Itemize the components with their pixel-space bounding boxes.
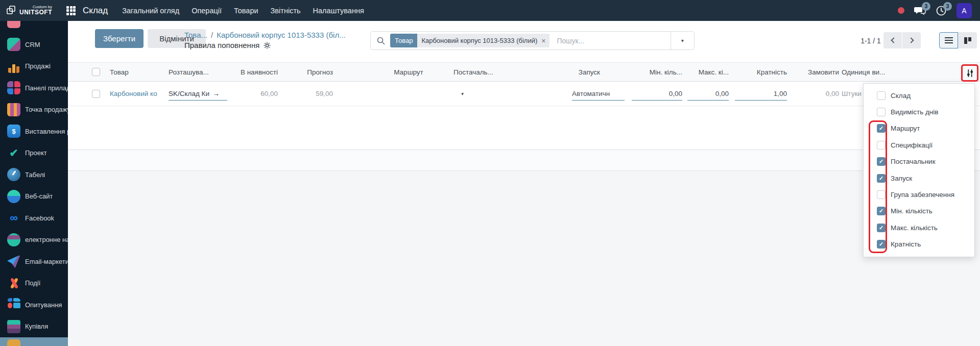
dropdown-item-multiple-qty[interactable]: Кратність <box>864 236 974 253</box>
column-header-min-qty[interactable]: Мін. кіль... <box>625 63 682 81</box>
search-icon <box>377 37 385 45</box>
kanban-view-icon <box>964 37 971 44</box>
dropdown-item-visibility-days[interactable]: Видимість днів <box>864 104 974 120</box>
unitsoft-logo: Custom by UNITSOFT <box>0 5 58 16</box>
current-app-name[interactable]: Склад <box>83 6 108 16</box>
sidebar-item-purchase[interactable]: Купівля <box>0 316 68 338</box>
partial-app-icon[interactable] <box>7 21 20 28</box>
column-header-multiple[interactable]: Кратність <box>729 63 787 81</box>
search-options-toggle[interactable]: ▼ <box>671 32 694 50</box>
list-view-button[interactable] <box>939 32 958 48</box>
sidebar-item-facebook[interactable]: ∞Facebook <box>0 207 68 229</box>
facet-field-label: Товар <box>390 34 417 47</box>
sidebar-item-sales[interactable]: Продажі <box>0 56 68 78</box>
pager-previous-button[interactable] <box>883 32 902 48</box>
column-header-uom[interactable]: Одиниця ви... <box>839 63 908 81</box>
column-header-route[interactable]: Маршрут <box>333 63 453 81</box>
multiple-qty-field[interactable]: 1,00 <box>735 87 787 101</box>
dropdown-item-max-qty[interactable]: Макс. кількість <box>864 219 974 236</box>
column-header-trigger[interactable]: Запуск <box>530 63 625 81</box>
elearning-icon <box>7 233 20 246</box>
column-header-on-hand[interactable]: В наявності <box>227 63 278 81</box>
breadcrumb: Това.../Карбоновий корпус 1013-5333 (біл… <box>184 31 346 50</box>
dropdown-item-min-qty[interactable]: Мін. кількість <box>864 203 974 219</box>
checkbox-procurement-group[interactable] <box>877 190 886 199</box>
select-all-checkbox[interactable] <box>92 68 100 76</box>
action-gear-icon[interactable] <box>264 42 271 49</box>
checkbox-supplier[interactable] <box>877 157 886 166</box>
column-header-location[interactable]: Розташува... <box>168 63 227 81</box>
kanban-view-button[interactable] <box>958 32 977 48</box>
trigger-field[interactable]: Автоматичн <box>572 87 625 101</box>
column-header-supplier[interactable]: Постачаль... <box>453 63 530 81</box>
sidebar-item-dashboards[interactable]: Панелі приладів <box>0 77 68 99</box>
empty-table-area-band <box>68 150 980 171</box>
checkbox-multiple-qty[interactable] <box>877 240 886 249</box>
sidebar-item-website[interactable]: Веб-сайт <box>0 186 68 208</box>
pager-next-button[interactable] <box>902 32 921 48</box>
internal-link-arrow-icon[interactable]: → <box>212 89 220 97</box>
column-header-max-qty[interactable]: Макс. кі... <box>682 63 729 81</box>
menu-overview[interactable]: Загальний огляд <box>122 7 179 15</box>
checkbox-max-qty[interactable] <box>877 224 886 232</box>
column-header-forecast[interactable]: Прогноз <box>278 63 333 81</box>
sidebar-item-timesheets[interactable]: Табелі <box>0 164 68 186</box>
checkbox-min-qty[interactable] <box>877 207 886 215</box>
search-bar[interactable]: Товар Карбоновий корпус 1013-5333 (білий… <box>370 31 695 50</box>
checkbox-trigger[interactable] <box>877 174 886 183</box>
sidebar-item-project[interactable]: ✔Проект <box>0 142 68 164</box>
sidebar-item-active-partial[interactable] <box>0 337 68 346</box>
row-checkbox[interactable] <box>92 90 100 98</box>
breadcrumb-current[interactable]: Карбоновий корпус 1013-5333 (біл... <box>217 31 346 39</box>
sidebar-item-surveys[interactable]: Опитування <box>0 294 68 316</box>
unitsoft-logo-icon <box>6 5 16 15</box>
main-content: Зберегти Відмінити Това.../Карбоновий ко… <box>68 21 980 346</box>
location-field[interactable]: SK/Склад Ки→ <box>169 87 227 101</box>
sidebar-item-crm[interactable]: CRM <box>0 34 68 56</box>
to-order-value: 0,00 <box>787 82 839 106</box>
dropdown-item-trigger[interactable]: Запуск <box>864 170 974 186</box>
dropdown-item-route[interactable]: Маршрут <box>864 120 974 137</box>
dropdown-item-supplier[interactable]: Постачальник <box>864 154 974 170</box>
apps-grid-icon[interactable] <box>66 6 76 15</box>
checkbox-route[interactable] <box>877 124 886 133</box>
search-input[interactable]: Пошук... <box>557 37 671 45</box>
user-avatar[interactable]: A <box>957 3 972 18</box>
checkbox-warehouse[interactable] <box>877 91 886 100</box>
pager <box>883 32 921 48</box>
facet-remove-icon[interactable]: × <box>541 37 545 45</box>
sidebar-item-invoicing[interactable]: $Виставлення ра <box>0 120 68 142</box>
sales-icon <box>7 60 20 73</box>
breadcrumb-parent[interactable]: Това... <box>184 31 207 39</box>
checkbox-visibility-days[interactable] <box>877 108 886 116</box>
table-header-row: Товар Розташува... В наявності Прогноз М… <box>68 62 980 82</box>
save-button[interactable]: Зберегти <box>95 29 144 48</box>
menu-settings[interactable]: Налаштування <box>313 7 364 15</box>
checkbox-bom[interactable] <box>877 141 886 150</box>
sidebar-item-events[interactable]: Події <box>0 273 68 294</box>
website-icon <box>7 190 20 203</box>
min-qty-field[interactable]: 0,00 <box>632 87 682 101</box>
list-view-icon <box>945 37 953 43</box>
route-cell[interactable] <box>333 82 453 106</box>
column-header-to-order[interactable]: Замовити <box>787 63 839 81</box>
dropdown-item-procurement-group[interactable]: Група забезпечення <box>864 186 974 203</box>
column-header-product[interactable]: Товар <box>106 63 168 81</box>
max-qty-field[interactable]: 0,00 <box>687 87 729 101</box>
menu-products[interactable]: Товари <box>234 7 258 15</box>
messages-button[interactable]: 3 <box>914 5 926 17</box>
table-row[interactable]: Карбоновий ко SK/Склад Ки→ 60,00 59,00 ▼… <box>68 82 980 106</box>
sidebar-item-elearning[interactable]: електронне на <box>0 229 68 251</box>
dropdown-item-bom[interactable]: Специфікації <box>864 137 974 153</box>
events-icon <box>7 277 20 290</box>
optional-columns-toggle-icon[interactable] <box>966 69 974 78</box>
breadcrumb-separator: / <box>211 31 213 39</box>
sidebar-item-email-marketing[interactable]: Email-маркетинг <box>0 251 68 273</box>
sidebar-item-pos[interactable]: Точка продажу <box>0 99 68 121</box>
dropdown-item-warehouse[interactable]: Склад <box>864 87 974 104</box>
menu-operations[interactable]: Операції <box>192 7 222 15</box>
product-link[interactable]: Карбоновий ко <box>110 90 157 97</box>
supplier-dropdown-caret-icon[interactable]: ▼ <box>453 91 511 96</box>
activities-button[interactable]: 3 <box>935 5 947 17</box>
menu-reporting[interactable]: Звітність <box>271 7 301 15</box>
